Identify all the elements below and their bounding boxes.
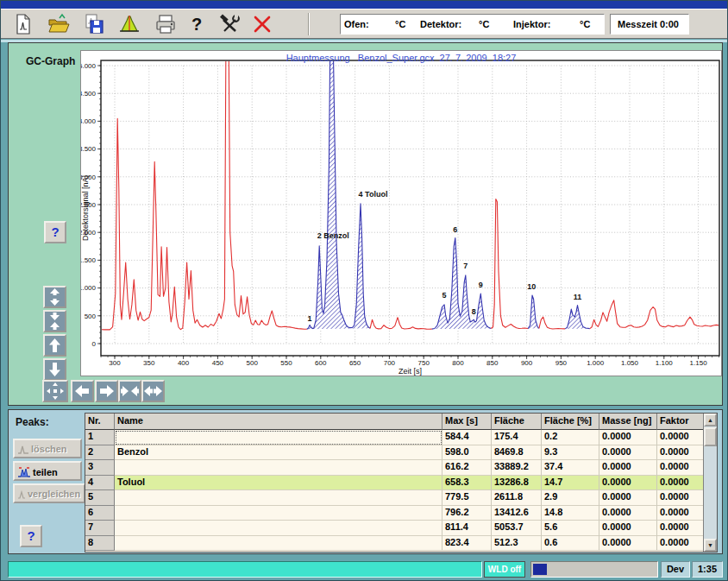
column-header[interactable]: Fläche [%] [542,414,599,430]
cell[interactable]: 37.4 [542,460,599,476]
cell[interactable]: 616.2 [442,460,492,476]
table-row[interactable]: 4Toluol658.313286.814.70.00000.0000 [85,476,717,491]
chart-area[interactable]: 05001.0001.5002.0002.5003.0003.5004.0004… [80,50,722,376]
cell[interactable]: 823.4 [442,536,492,552]
cell[interactable]: 0.0000 [599,536,657,552]
row-number-cell[interactable]: 3 [85,460,115,476]
cell[interactable]: 0.0000 [599,476,657,491]
new-measurement-button[interactable] [11,12,37,36]
row-number-cell[interactable]: 1 [85,430,115,445]
cell[interactable]: 0.0000 [657,445,705,461]
scrollbar-thumb[interactable] [704,427,717,446]
cell[interactable] [115,536,442,552]
scroll-up-button[interactable]: ▲ [704,414,717,426]
pan-down-button[interactable] [43,358,66,381]
cell[interactable]: 0.6 [542,536,599,552]
table-row[interactable]: 3616.233889.237.40.00000.0000 [85,460,717,476]
settings-button[interactable] [217,12,243,36]
cell[interactable]: 0.0000 [657,460,705,476]
row-number-cell[interactable]: 2 [85,445,115,461]
move-all-button[interactable] [42,380,68,402]
table-row[interactable]: 1584.4175.40.20.00000.0000 [85,430,717,445]
cell[interactable]: 658.3 [442,476,492,491]
cell[interactable] [115,506,442,521]
cell[interactable]: 584.4 [442,430,492,445]
cell[interactable]: Toluol [115,476,442,491]
table-row[interactable]: 7811.45053.75.60.00000.0000 [85,521,717,536]
compare-peak-button[interactable]: vergleichen [13,483,85,503]
pan-left-button[interactable] [71,380,94,402]
save-file-button[interactable] [82,12,108,36]
expand-horizontal-button[interactable] [141,380,165,402]
cell[interactable]: 796.2 [442,506,492,521]
delete-peak-button[interactable]: löschen [13,439,82,458]
cell[interactable]: Benzol [115,445,442,461]
cell[interactable]: 2.9 [542,490,599,506]
column-header[interactable]: Fläche [492,414,542,430]
graph-help-button[interactable]: ? [44,221,66,243]
row-number-cell[interactable]: 4 [85,476,115,491]
row-number-cell[interactable]: 5 [85,490,115,506]
cell[interactable]: 2611.8 [492,490,542,506]
column-header[interactable]: Nr. [85,414,115,430]
print-button[interactable] [154,12,179,36]
cell[interactable]: 8469.8 [492,445,542,461]
cell[interactable]: 0.0000 [599,521,657,536]
table-scrollbar[interactable]: ▲ ▼ [703,414,717,552]
cell[interactable]: 9.3 [542,445,599,461]
scroll-down-button[interactable]: ▼ [704,539,717,552]
peaks-help-button[interactable]: ? [20,525,42,547]
compress-horizontal-button[interactable] [118,380,141,402]
cell[interactable]: 0.0000 [657,521,705,536]
cell[interactable]: 0.0000 [657,506,705,521]
open-file-button[interactable] [47,12,72,36]
column-header[interactable]: Faktor [657,414,705,430]
compress-vertical-button[interactable] [43,310,66,332]
cell[interactable]: 0.0000 [599,460,657,476]
cell[interactable]: 5053.7 [492,521,542,536]
row-number-cell[interactable]: 6 [85,506,115,521]
cell[interactable]: 0.0000 [657,476,705,491]
cell[interactable]: 512.3 [492,536,542,552]
cell[interactable]: 0.0000 [599,430,657,445]
row-number-cell[interactable]: 8 [85,536,115,552]
row-number-cell[interactable]: 7 [85,521,115,536]
cell[interactable]: 0.2 [542,430,599,445]
column-header[interactable]: Masse [ng] [599,414,657,430]
cell[interactable]: 779.5 [442,490,492,506]
cell[interactable]: 5.6 [542,521,599,536]
table-row[interactable]: 5779.52611.82.90.00000.0000 [85,490,717,506]
cell[interactable] [115,460,442,476]
chromatogram-button[interactable] [117,12,143,36]
cell[interactable]: 14.7 [542,476,599,491]
cell[interactable]: 13286.8 [492,476,542,491]
abort-button[interactable] [250,12,276,36]
cell[interactable]: 0.0000 [599,445,657,461]
cell[interactable]: 0.0000 [599,490,657,506]
wld-status-button[interactable]: WLD off [484,561,525,578]
cell[interactable]: 0.0000 [657,490,705,506]
cell[interactable]: 598.0 [442,445,492,461]
cell[interactable]: 33889.2 [492,460,542,476]
column-header[interactable]: Name [115,414,442,430]
cell[interactable] [115,521,442,536]
cell[interactable]: 0.0000 [599,506,657,521]
split-peak-button[interactable]: teilen [13,461,82,481]
cell[interactable] [115,430,442,445]
help-button[interactable]: ? [185,12,210,36]
chromatogram-plot[interactable]: 05001.0001.5002.0002.5003.0003.5004.0004… [81,51,723,377]
cell[interactable]: 0.0000 [657,536,705,552]
table-row[interactable]: 8823.4512.30.60.00000.0000 [85,536,717,552]
cell[interactable]: 14.8 [542,506,599,521]
table-row[interactable]: 2Benzol598.08469.89.30.00000.0000 [85,445,717,461]
cell[interactable]: 13412.6 [492,506,542,521]
pan-right-button[interactable] [95,380,118,402]
pan-up-button[interactable] [43,334,66,357]
cell[interactable]: 811.4 [442,521,492,536]
cell[interactable] [115,490,442,506]
column-header[interactable]: Max [s] [442,414,492,430]
table-row[interactable]: 6796.213412.614.80.00000.0000 [85,506,717,521]
cell[interactable]: 0.0000 [657,430,705,445]
expand-vertical-button[interactable] [43,286,66,308]
cell[interactable]: 175.4 [492,430,542,445]
